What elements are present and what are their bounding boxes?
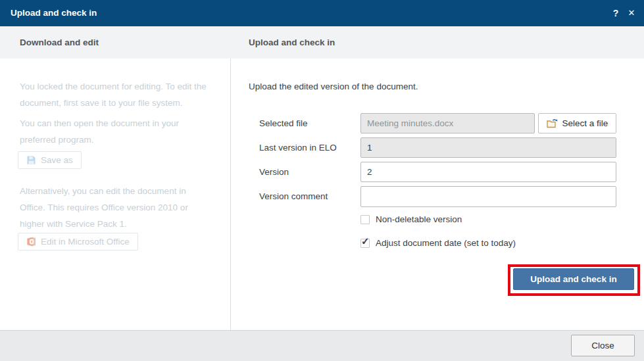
- save-as-label: Save as: [41, 155, 73, 165]
- folder-open-icon: [547, 118, 558, 128]
- select-file-button[interactable]: Select a file: [538, 113, 616, 133]
- close-icon[interactable]: ✕: [624, 0, 639, 26]
- office-info-text: Alternatively, you can edit the document…: [20, 183, 227, 232]
- upload-and-checkin-button[interactable]: Upload and check in: [513, 268, 634, 290]
- locked-info-text: You locked the document for editing. To …: [20, 78, 227, 111]
- save-as-button[interactable]: Save as: [18, 151, 82, 169]
- office-icon: [26, 237, 36, 247]
- version-label: Version: [259, 162, 289, 182]
- non-deletable-label: Non-deletable version: [376, 214, 462, 224]
- save-icon: [26, 155, 36, 165]
- selected-file-label: Selected file: [259, 113, 308, 133]
- adjust-date-checkbox[interactable]: ✓: [360, 239, 370, 248]
- dialog-title: Upload and check in: [11, 0, 97, 26]
- select-file-label: Select a file: [562, 118, 608, 128]
- adjust-date-checkbox-row[interactable]: ✓ Adjust document date (set to today): [360, 238, 516, 248]
- open-program-info-text: You can then open the document in your p…: [20, 115, 227, 148]
- last-version-input: [360, 137, 616, 158]
- footer-bar: Close: [0, 330, 644, 361]
- non-deletable-checkbox-row[interactable]: Non-deletable version: [360, 214, 462, 224]
- check-icon: ✓: [361, 235, 370, 247]
- adjust-date-label: Adjust document date (set to today): [376, 238, 516, 248]
- section-title-upload-checkin: Upload and check in: [249, 26, 335, 59]
- section-header-band: Download and edit Upload and check in: [0, 26, 644, 59]
- section-title-download-edit: Download and edit: [20, 26, 99, 59]
- version-comment-input[interactable]: [360, 186, 616, 207]
- version-comment-label: Version comment: [259, 186, 328, 206]
- version-input[interactable]: [360, 162, 616, 182]
- selected-file-input: [360, 113, 535, 133]
- last-version-label: Last version in ELO: [259, 137, 337, 158]
- non-deletable-checkbox[interactable]: [360, 215, 370, 224]
- panel-divider: [230, 59, 231, 330]
- help-icon[interactable]: ?: [608, 0, 623, 26]
- close-button[interactable]: Close: [571, 335, 635, 356]
- upload-checkin-dialog: { "window": { "title": "Upload and check…: [0, 0, 644, 361]
- edit-in-office-button[interactable]: Edit in Microsoft Office: [18, 233, 138, 251]
- dialog-titlebar: Upload and check in ? ✕: [0, 0, 644, 26]
- edit-in-office-label: Edit in Microsoft Office: [41, 237, 130, 247]
- upload-intro-text: Upload the edited version of the documen…: [249, 82, 418, 91]
